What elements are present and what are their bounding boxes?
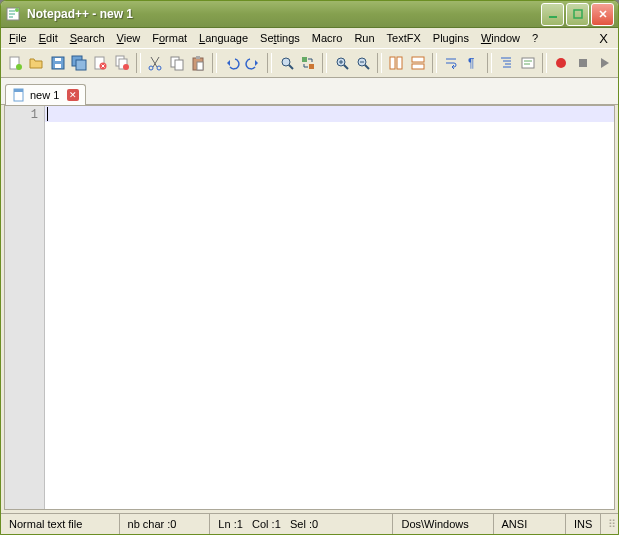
menu-window[interactable]: Window: [475, 30, 526, 46]
menu-macro[interactable]: Macro: [306, 30, 349, 46]
toolbar-separator: [542, 53, 547, 73]
userlang-button[interactable]: [518, 51, 538, 75]
toolbar-separator: [136, 53, 141, 73]
indent-guide-button[interactable]: [496, 51, 516, 75]
svg-rect-31: [412, 64, 424, 69]
svg-rect-19: [175, 60, 183, 70]
svg-point-23: [282, 58, 290, 66]
tab-close-button[interactable]: ✕: [67, 89, 79, 101]
macro-stop-button[interactable]: [573, 51, 593, 75]
svg-rect-35: [579, 59, 587, 67]
svg-point-16: [149, 66, 153, 70]
svg-rect-24: [302, 57, 307, 62]
svg-rect-25: [309, 64, 314, 69]
toolbar-separator: [322, 53, 327, 73]
menu-edit[interactable]: Edit: [33, 30, 64, 46]
menu-bar: File Edit Search View Format Language Se…: [1, 28, 618, 48]
toolbar-separator: [267, 53, 272, 73]
menu-help[interactable]: ?: [526, 30, 544, 46]
editor-workspace: 1: [4, 105, 615, 510]
svg-rect-10: [76, 60, 86, 70]
status-nbchar: nb char : 0: [120, 514, 211, 534]
show-symbol-button[interactable]: ¶: [463, 51, 483, 75]
svg-rect-7: [55, 64, 61, 68]
paste-button[interactable]: [188, 51, 208, 75]
menu-language[interactable]: Language: [193, 30, 254, 46]
line-number-gutter: 1: [5, 106, 45, 509]
svg-rect-37: [14, 89, 23, 92]
toolbar-separator: [377, 53, 382, 73]
status-eol: Dos\Windows: [393, 514, 493, 534]
find-button[interactable]: [276, 51, 296, 75]
toolbar-separator: [487, 53, 492, 73]
tab-active[interactable]: new 1 ✕: [5, 84, 86, 105]
zoom-out-button[interactable]: [353, 51, 373, 75]
current-line-highlight: [45, 106, 614, 122]
wordwrap-button[interactable]: [441, 51, 461, 75]
toolbar-separator: [432, 53, 437, 73]
svg-rect-29: [397, 57, 402, 69]
toolbar-separator: [212, 53, 217, 73]
undo-button[interactable]: [221, 51, 241, 75]
application-window: Notepad++ - new 1 File Edit Search View …: [0, 0, 619, 535]
svg-point-17: [157, 66, 161, 70]
macro-play-button[interactable]: [594, 51, 614, 75]
sync-hscroll-button[interactable]: [408, 51, 428, 75]
menu-file[interactable]: File: [3, 30, 33, 46]
tab-bar: new 1 ✕: [1, 78, 618, 105]
svg-point-5: [16, 64, 22, 70]
svg-rect-28: [390, 57, 395, 69]
copy-button[interactable]: [167, 51, 187, 75]
window-controls: [541, 3, 614, 26]
svg-rect-30: [412, 57, 424, 62]
svg-rect-2: [549, 16, 557, 18]
svg-rect-3: [574, 10, 582, 18]
app-icon: [5, 6, 21, 22]
text-caret: [47, 107, 48, 121]
menu-search[interactable]: Search: [64, 30, 111, 46]
status-position: Ln : 1 Col : 1 Sel : 0: [210, 514, 393, 534]
maximize-button[interactable]: [566, 3, 589, 26]
window-title: Notepad++ - new 1: [27, 7, 541, 21]
svg-point-15: [123, 64, 129, 70]
svg-point-34: [556, 58, 566, 68]
svg-rect-8: [55, 58, 61, 61]
svg-text:¶: ¶: [468, 56, 474, 70]
svg-rect-21: [196, 56, 200, 59]
close-all-button[interactable]: [112, 51, 132, 75]
replace-button[interactable]: [298, 51, 318, 75]
zoom-in-button[interactable]: [331, 51, 351, 75]
text-editor[interactable]: [45, 106, 614, 509]
close-button[interactable]: [591, 3, 614, 26]
menu-format[interactable]: Format: [146, 30, 193, 46]
save-all-button[interactable]: [69, 51, 89, 75]
svg-rect-22: [197, 62, 203, 70]
new-file-button[interactable]: [5, 51, 25, 75]
macro-record-button[interactable]: [551, 51, 571, 75]
svg-point-1: [15, 8, 19, 12]
tab-label: new 1: [30, 89, 59, 101]
status-filetype: Normal text file: [1, 514, 120, 534]
close-file-button[interactable]: [90, 51, 110, 75]
save-button[interactable]: [48, 51, 68, 75]
svg-rect-33: [522, 58, 534, 68]
status-bar: Normal text file nb char : 0 Ln : 1 Col …: [1, 513, 618, 534]
file-icon: [12, 88, 26, 102]
line-number: 1: [5, 108, 38, 122]
status-encoding: ANSI: [494, 514, 566, 534]
cut-button[interactable]: [145, 51, 165, 75]
toolbar: ¶: [1, 48, 618, 78]
open-file-button[interactable]: [26, 51, 46, 75]
menu-plugins[interactable]: Plugins: [427, 30, 475, 46]
minimize-button[interactable]: [541, 3, 564, 26]
menu-settings[interactable]: Settings: [254, 30, 306, 46]
status-mode: INS: [566, 514, 601, 534]
menu-run[interactable]: Run: [348, 30, 380, 46]
menu-view[interactable]: View: [111, 30, 147, 46]
menu-close-x[interactable]: X: [591, 29, 616, 48]
resize-grip[interactable]: ⠿: [601, 518, 618, 531]
menu-textfx[interactable]: TextFX: [381, 30, 427, 46]
title-bar[interactable]: Notepad++ - new 1: [1, 1, 618, 28]
sync-vscroll-button[interactable]: [386, 51, 406, 75]
redo-button[interactable]: [243, 51, 263, 75]
